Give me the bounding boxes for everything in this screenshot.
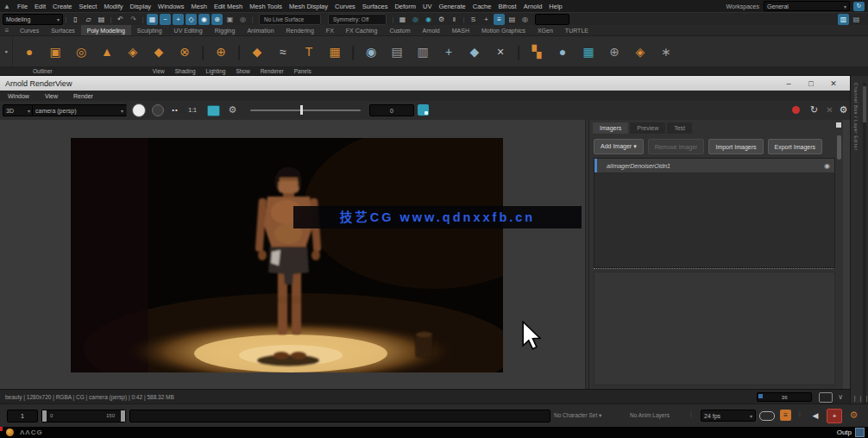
viewport-menu-item[interactable]: Renderer <box>255 68 289 74</box>
menu-item[interactable]: Windows <box>154 3 187 10</box>
xgen-icon[interactable]: ∗ <box>656 41 676 62</box>
character-set-select[interactable]: No Character Set ▾ <box>554 412 601 419</box>
multi-cut-icon[interactable]: × <box>490 41 511 62</box>
panel-expand-icon[interactable] <box>836 122 841 128</box>
arv-settings-gear-icon[interactable]: ⚙ <box>837 103 850 116</box>
sidebar-toggle-icon[interactable]: ▥ <box>838 14 849 25</box>
open-scene-icon[interactable]: ▱ <box>83 14 94 25</box>
poly-plane-icon[interactable]: ◆ <box>148 41 169 62</box>
arv-menu-item[interactable]: View <box>37 93 66 99</box>
hypershade-icon[interactable]: S <box>468 14 479 25</box>
poly-cylinder-icon[interactable]: ◎ <box>71 41 91 62</box>
remove-imager-button[interactable]: Remove Imager <box>648 139 705 154</box>
channelbox-toggle-icon[interactable]: ▤ <box>851 14 862 25</box>
auto-save-icon[interactable]: ≡ <box>780 410 791 421</box>
poly-cube-icon[interactable]: ▣ <box>45 41 66 62</box>
shelf-tab[interactable]: Rendering <box>280 25 320 35</box>
render-view-icon[interactable]: ▦ <box>397 14 408 25</box>
menu-item[interactable]: Create <box>49 3 76 10</box>
range-start-handle[interactable] <box>42 410 47 422</box>
snap-together-icon[interactable]: ⊕ <box>211 14 223 25</box>
exposure-slider-track[interactable] <box>250 110 361 111</box>
close-button[interactable]: ✕ <box>822 76 845 91</box>
shelf-tab[interactable]: Rigging <box>209 25 242 35</box>
panel-scrollbar[interactable] <box>837 135 841 160</box>
menu-item[interactable]: UV <box>419 3 435 10</box>
separate-icon[interactable]: ▥ <box>412 41 433 62</box>
menu-item[interactable]: Deform <box>391 3 419 10</box>
snap-to-points-icon[interactable]: + <box>173 14 184 25</box>
shelf-tab[interactable]: Surfaces <box>45 25 81 35</box>
window-scrollbar-track[interactable] <box>863 83 866 410</box>
boolean-icon[interactable]: ◉ <box>361 41 381 62</box>
poly-disc-icon[interactable]: ⊗ <box>174 41 195 62</box>
outliner-panel-label[interactable]: Outliner <box>33 68 53 74</box>
symmetry-icon[interactable]: ◈ <box>630 41 651 62</box>
arv-mode-select[interactable]: 3D▾ <box>3 104 34 116</box>
curve-tool-icon[interactable]: ≈ <box>273 41 293 62</box>
current-frame-field[interactable]: 1 <box>7 410 38 422</box>
viewport-menu-item[interactable]: Lighting <box>201 68 231 74</box>
menu-item[interactable]: Mesh <box>188 3 211 10</box>
lock-selection-icon[interactable]: ▣ <box>224 14 236 25</box>
display-settings-icon[interactable] <box>418 104 429 116</box>
right-panel-tab[interactable]: Preview <box>630 122 665 134</box>
refresh-render-icon[interactable]: ↻ <box>808 103 821 116</box>
menu-item[interactable]: Display <box>127 3 155 10</box>
shelf-tab[interactable]: FX <box>320 25 340 35</box>
maximize-button[interactable]: □ <box>800 76 822 91</box>
playback-speed-capsule-icon[interactable] <box>759 411 775 421</box>
export-imagers-button[interactable]: Export Imagers <box>768 139 822 154</box>
imager-list-item[interactable]: aiImagerDenoiserOidn1 ◉ <box>594 159 834 173</box>
ipr-render-icon[interactable]: ◉ <box>423 14 434 25</box>
snapshot-gallery-icon[interactable] <box>819 392 833 403</box>
quad-draw-icon[interactable]: ▦ <box>578 41 599 62</box>
snap-to-curves-icon[interactable]: ~ <box>160 14 171 25</box>
menu-item[interactable]: Edit Mesh <box>211 3 246 10</box>
type-tool-icon[interactable]: T <box>299 41 319 62</box>
redo-icon[interactable]: ↷ <box>128 14 139 25</box>
render-image[interactable] <box>71 138 503 372</box>
auto-key-icon[interactable]: + <box>827 409 842 423</box>
snap-to-planes-icon[interactable]: ◇ <box>186 14 197 25</box>
shelf-menu-icon[interactable]: ≡ <box>0 27 14 34</box>
debug-shading-gear-icon[interactable]: ⚙ <box>226 103 239 116</box>
svg-tool-icon[interactable]: ▦ <box>324 41 345 62</box>
menu-item[interactable]: Select <box>76 3 101 10</box>
shelf-tab[interactable]: Custom <box>383 25 416 35</box>
arv-titlebar[interactable]: Arnold RenderView –□✕ <box>0 76 850 91</box>
visibility-eye-icon[interactable]: ◉ <box>824 162 830 170</box>
new-scene-icon[interactable]: ▯ <box>70 14 81 25</box>
shelf-tab[interactable]: FX Caching <box>340 25 384 35</box>
fps-select[interactable]: 24 fps▾ <box>701 410 756 422</box>
viewport-menu-item[interactable]: Panels <box>289 68 317 74</box>
viewport-menu-item[interactable]: Show <box>230 68 255 74</box>
workspace-reset-icon[interactable]: ↻ <box>853 2 865 11</box>
region-render-icon[interactable] <box>207 105 220 116</box>
live-surface-field[interactable]: No Live Surface <box>259 14 321 25</box>
poly-cone-icon[interactable]: ▲ <box>97 41 117 62</box>
actual-size-button[interactable]: 1:1 <box>185 104 200 116</box>
menu-item[interactable]: Edit <box>31 3 49 10</box>
viewport-menu-item[interactable]: Shading <box>170 68 201 74</box>
right-panel-tab[interactable]: Test <box>667 122 692 134</box>
menu-item[interactable]: Mesh Tools <box>246 3 286 10</box>
shelf-tab[interactable]: UV Editing <box>168 25 209 35</box>
poly-sphere-icon[interactable]: ● <box>19 41 40 62</box>
arv-camera-select[interactable]: camera (persp)▾ <box>32 104 127 116</box>
target-weld-icon[interactable]: ⊕ <box>604 41 625 62</box>
menu-item[interactable]: Help <box>545 3 565 10</box>
make-live-icon[interactable]: ◉ <box>198 14 210 25</box>
poly-torus-icon[interactable]: ◈ <box>123 41 143 62</box>
minimize-button[interactable]: – <box>777 76 800 91</box>
exposure-value-field[interactable]: 0 <box>369 104 414 116</box>
shelf-tab[interactable]: Motion Graphics <box>475 25 531 35</box>
undo-icon[interactable]: ↶ <box>115 14 126 25</box>
symmetry-field[interactable]: Symmetry: Off <box>328 14 387 25</box>
render-stop-button[interactable] <box>152 104 164 116</box>
sweep-mesh-icon[interactable]: ◆ <box>247 41 267 62</box>
combine-icon[interactable]: ▤ <box>387 41 407 62</box>
add-imager-button[interactable]: Add Imager ▾ <box>594 139 644 154</box>
tool-settings-toggle-icon[interactable]: ◎ <box>519 14 531 25</box>
exposure-slider-handle[interactable] <box>300 105 303 115</box>
